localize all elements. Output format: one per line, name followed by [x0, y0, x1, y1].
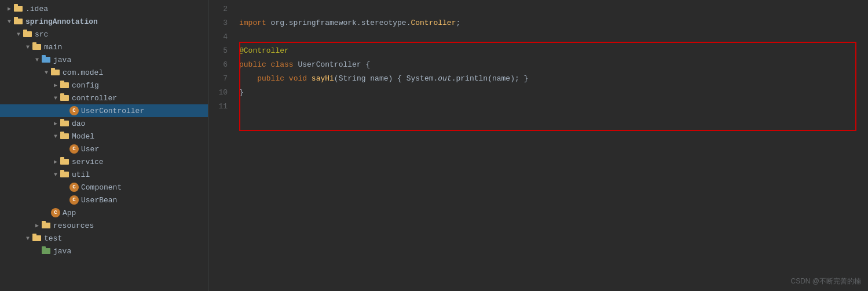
tree-item-util[interactable]: ▼ util	[0, 168, 208, 181]
code-line-7: 7 public void sayHi(String name) { Syste…	[208, 72, 868, 86]
label-config: config	[72, 81, 99, 90]
tree-item-userbean[interactable]: C UserBean	[0, 194, 208, 206]
line-number-11: 11	[208, 100, 235, 114]
code-line-11: 11	[208, 100, 868, 114]
tree-item-src[interactable]: ▼ src	[0, 28, 208, 41]
file-tree: ▶ .idea ▼ springAnnotation ▼ src ▼ main	[0, 0, 208, 291]
line-content-2	[235, 2, 868, 16]
tree-item-controller[interactable]: ▼ controller	[0, 92, 208, 104]
svg-rect-17	[60, 119, 64, 121]
tree-item-usercontroller[interactable]: C UserController	[0, 104, 208, 117]
svg-rect-2	[14, 19, 23, 24]
class-icon-user: C	[69, 144, 79, 154]
svg-rect-11	[51, 68, 55, 70]
code-editor: 2 3 import org.springframework.stereotyp…	[208, 0, 868, 291]
class-icon-component: C	[69, 183, 79, 192]
tree-item-component[interactable]: C Component	[0, 181, 208, 194]
folder-icon-service	[60, 157, 69, 167]
code-lines: 2 3 import org.springframework.stereotyp…	[208, 2, 868, 289]
tree-item-dao[interactable]: ▶ dao	[0, 117, 208, 130]
tree-item-java[interactable]: ▼ java	[0, 53, 208, 66]
svg-rect-20	[60, 159, 69, 165]
tree-item-java-test[interactable]: java	[0, 245, 208, 257]
line-number-4: 4	[208, 30, 235, 44]
folder-icon-controller	[60, 93, 69, 103]
code-line-4: 4	[208, 30, 868, 44]
svg-rect-7	[32, 42, 36, 45]
arrow-service: ▶	[51, 158, 60, 165]
class-icon-app: C	[51, 208, 60, 217]
svg-rect-6	[32, 44, 41, 50]
label-com-model: com.model	[63, 68, 103, 77]
line-content-4	[235, 30, 868, 44]
arrow-test: ▼	[23, 235, 32, 242]
svg-rect-1	[14, 4, 18, 6]
svg-rect-18	[60, 133, 69, 139]
svg-rect-28	[42, 248, 50, 254]
tree-item-com-model[interactable]: ▼ com.model	[0, 66, 208, 79]
folder-icon-idea	[14, 4, 23, 14]
folder-icon-model	[60, 132, 69, 141]
folder-icon-resources	[42, 221, 51, 231]
line-content-3: import org.springframework.stereotype.Co…	[235, 16, 868, 30]
arrow-com-model: ▼	[42, 70, 51, 76]
folder-icon-test	[32, 234, 42, 243]
folder-icon-dao	[60, 119, 69, 129]
line-content-6: public class UserController {	[235, 58, 868, 72]
label-component: Component	[81, 183, 122, 192]
tree-item-user[interactable]: C User	[0, 143, 208, 155]
tree-item-springAnnotation[interactable]: ▼ springAnnotation	[0, 15, 208, 28]
code-line-2: 2	[208, 2, 868, 16]
svg-rect-8	[42, 57, 50, 63]
code-line-5: 5 @Controller	[208, 44, 868, 58]
label-service: service	[72, 158, 104, 166]
tree-item-resources[interactable]: ▶ resources	[0, 219, 208, 232]
line-content-5: @Controller	[235, 44, 868, 58]
folder-icon-java	[42, 55, 51, 65]
svg-rect-19	[60, 132, 64, 134]
tree-item-test[interactable]: ▼ test	[0, 232, 208, 245]
label-java-test: java	[53, 247, 71, 256]
folder-icon-java-test	[42, 246, 51, 256]
folder-icon-com-model	[51, 68, 60, 78]
code-line-10: 10 }	[208, 86, 868, 100]
label-model: Model	[72, 132, 94, 141]
tree-item-idea[interactable]: ▶ .idea	[0, 2, 208, 15]
tree-item-main[interactable]: ▼ main	[0, 41, 208, 53]
tree-item-model[interactable]: ▼ Model	[0, 130, 208, 143]
arrow-config: ▶	[51, 82, 60, 89]
line-content-11	[235, 100, 868, 114]
line-content-7: public void sayHi(String name) { System.…	[235, 72, 868, 86]
tree-item-config[interactable]: ▶ config	[0, 79, 208, 92]
label-src: src	[35, 30, 48, 39]
label-java: java	[53, 56, 71, 64]
folder-icon-spring	[14, 17, 23, 27]
svg-rect-27	[32, 234, 36, 236]
svg-rect-12	[60, 82, 69, 88]
line-number-10: 10	[208, 86, 235, 100]
label-controller: controller	[72, 94, 117, 103]
svg-rect-5	[23, 30, 27, 32]
label-dao: dao	[72, 119, 85, 128]
arrow-resources: ▶	[32, 222, 42, 229]
svg-rect-15	[60, 93, 64, 96]
arrow-src: ▼	[14, 31, 23, 38]
tree-item-service[interactable]: ▶ service	[0, 155, 208, 168]
line-number-7: 7	[208, 72, 235, 86]
label-app: App	[63, 209, 76, 217]
arrow-idea: ▶	[5, 5, 14, 12]
svg-rect-21	[60, 157, 64, 159]
svg-rect-14	[60, 95, 69, 101]
svg-rect-24	[42, 223, 50, 228]
svg-rect-29	[42, 246, 46, 249]
svg-rect-26	[32, 235, 41, 241]
svg-rect-23	[60, 170, 64, 172]
svg-rect-10	[51, 70, 60, 75]
folder-icon-src	[23, 30, 32, 39]
folder-icon-main	[32, 42, 42, 52]
line-number-5: 5	[208, 44, 235, 58]
tree-item-app[interactable]: C App	[0, 206, 208, 219]
arrow-model: ▼	[51, 133, 60, 140]
class-icon-usercontroller: C	[69, 106, 79, 115]
folder-icon-util	[60, 170, 69, 180]
